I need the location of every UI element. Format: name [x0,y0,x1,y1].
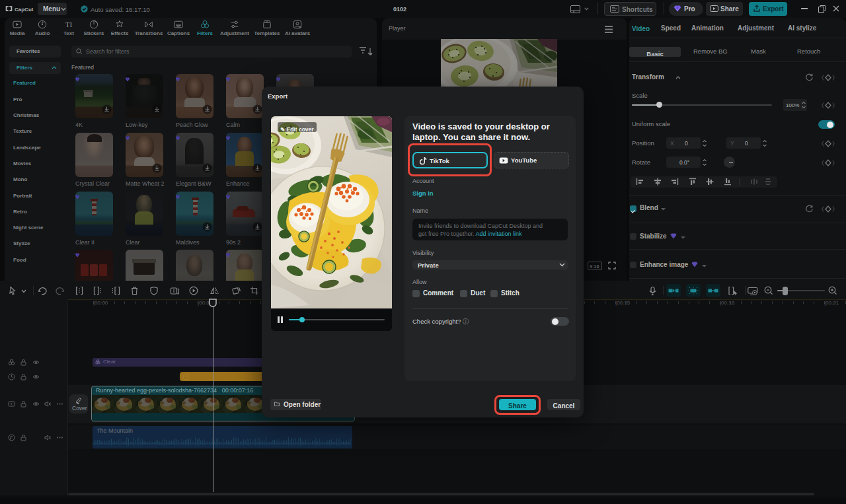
svg-text:TI: TI [65,20,73,28]
